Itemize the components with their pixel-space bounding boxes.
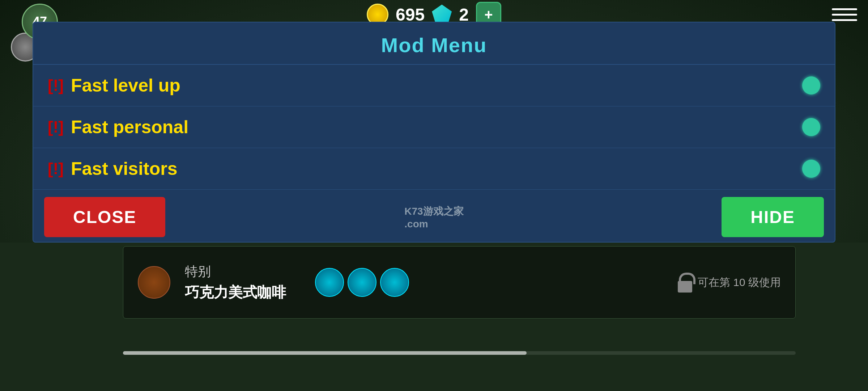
mod-label-2: Fast visitors: [71, 158, 802, 179]
food-icon-2: [348, 268, 376, 297]
bottom-game-area: 特别 巧克力美式咖啡 可在第 10 级使用: [0, 243, 868, 391]
close-button[interactable]: CLOSE: [44, 197, 165, 237]
mod-item-fast-personal[interactable]: [!] Fast personal: [33, 106, 835, 148]
mod-toggle-1[interactable]: [802, 118, 820, 136]
food-icon-3: [380, 268, 409, 297]
lock-icon: [676, 273, 694, 293]
food-text: 特别 巧克力美式咖啡: [185, 263, 286, 302]
mod-badge-2: [!]: [48, 160, 64, 178]
mod-item-fast-visitors[interactable]: [!] Fast visitors: [33, 148, 835, 190]
hide-button[interactable]: HIDE: [722, 197, 824, 237]
lock-info: 可在第 10 级使用: [676, 273, 781, 293]
main-menu-button[interactable]: [832, 5, 857, 24]
scroll-bar-thumb: [123, 351, 527, 355]
mod-toggle-0[interactable]: [802, 76, 820, 94]
mod-menu-header: Mod Menu: [33, 22, 835, 65]
food-icons-row: [315, 268, 409, 297]
food-icon: [138, 266, 170, 299]
watermark: K73游戏之家.com: [404, 205, 463, 230]
scroll-bar[interactable]: [123, 351, 796, 355]
mod-menu-panel: Mod Menu [!] Fast level up [!] Fast pers…: [33, 22, 835, 243]
mod-badge-0: [!]: [48, 76, 64, 94]
mod-menu-items-list: [!] Fast level up [!] Fast personal [!] …: [33, 65, 835, 190]
lock-text: 可在第 10 级使用: [698, 275, 781, 290]
food-name-label: 巧克力美式咖啡: [185, 282, 286, 302]
food-icon-1: [315, 268, 344, 297]
mod-toggle-2[interactable]: [802, 160, 820, 178]
mod-item-fast-level-up[interactable]: [!] Fast level up: [33, 65, 835, 106]
mod-badge-1: [!]: [48, 118, 64, 136]
food-info-panel: 特别 巧克力美式咖啡 可在第 10 级使用: [123, 246, 796, 319]
food-category-label: 特别: [185, 263, 286, 281]
mod-menu-footer: CLOSE K73游戏之家.com HIDE: [33, 190, 835, 244]
mod-label-0: Fast level up: [71, 75, 802, 96]
mod-label-1: Fast personal: [71, 117, 802, 138]
mod-menu-title: Mod Menu: [381, 34, 487, 56]
